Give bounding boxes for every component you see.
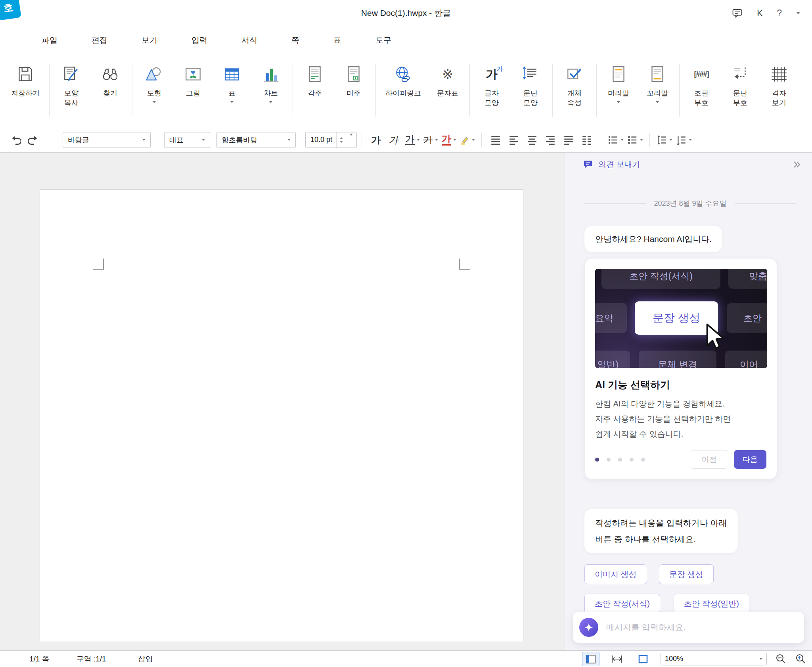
bullet-list-button[interactable] <box>606 131 625 149</box>
chip-draft-general[interactable]: 초안 작성(일반) <box>674 594 749 613</box>
shapes-icon <box>142 62 167 86</box>
zoom-out-button[interactable] <box>776 654 787 665</box>
line-spacing-alt-button[interactable] <box>674 131 693 149</box>
message-input[interactable] <box>605 622 798 632</box>
dropdown-icon <box>656 101 659 103</box>
style-combo-value: 바탕글 <box>68 135 89 145</box>
menu-input[interactable]: 입력 <box>174 35 224 46</box>
toolbar-separator <box>649 133 650 147</box>
ribbon-control-marks-button[interactable]: [###] 조판 부호 <box>682 54 721 127</box>
para-shape-icon <box>518 62 543 86</box>
italic-button[interactable]: 가 <box>385 131 403 149</box>
chip-image-generation[interactable]: 이미지 생성 <box>584 564 647 584</box>
ribbon-label: 표 <box>228 88 236 98</box>
ribbon-charmap-button[interactable]: ※ 문자표 <box>428 54 467 127</box>
carousel-dot-4[interactable] <box>630 458 634 462</box>
zoom-value: 100% <box>665 655 683 663</box>
menu-tools[interactable]: 도구 <box>358 35 408 46</box>
font-size-spin-icons[interactable] <box>336 132 346 148</box>
menu-format[interactable]: 서식 <box>224 35 274 46</box>
feedback-label: 의견 보내기 <box>598 159 640 170</box>
ribbon-group-separator <box>49 64 50 117</box>
next-button[interactable]: 다음 <box>734 450 766 469</box>
ribbon-footer-button[interactable]: 꼬리말 <box>638 54 677 127</box>
titlebar-more-icon[interactable] <box>796 12 800 14</box>
feedback-button[interactable]: 의견 보내기 <box>582 159 640 170</box>
ribbon-label: 글자 모양 <box>485 88 499 107</box>
insert-mode-indicator[interactable]: 삽입 <box>138 654 153 664</box>
align-center-button[interactable] <box>523 131 541 149</box>
strikethrough-button[interactable]: 가 <box>421 131 440 149</box>
ribbon-footnote-button[interactable]: 각주 <box>295 54 334 127</box>
align-divide-button[interactable] <box>578 131 596 149</box>
ribbon-grid-view-button[interactable]: 격자 보기 <box>760 54 799 127</box>
bold-button[interactable]: 가 <box>367 131 385 149</box>
ribbon-paragraph-marks-button[interactable]: 문단 부호 <box>721 54 760 127</box>
underline-button[interactable]: 가 <box>403 131 421 149</box>
numbered-list-button[interactable] <box>625 131 645 149</box>
font-size-dropdown[interactable] <box>346 136 356 144</box>
redo-button[interactable] <box>25 131 43 149</box>
align-left-button[interactable] <box>505 131 523 149</box>
carousel-dots <box>595 458 645 462</box>
ribbon-object-properties-button[interactable]: 개체 속성 <box>555 54 594 127</box>
style-combo[interactable]: 바탕글 <box>63 132 151 148</box>
ribbon-label: 찾기 <box>103 88 117 98</box>
carousel-dot-5[interactable] <box>641 458 645 462</box>
font-combo[interactable]: 함초롬바탕 <box>216 132 296 148</box>
ribbon-para-shape-button[interactable]: 문단 모양 <box>511 54 550 127</box>
menu-page[interactable]: 쪽 <box>274 35 316 46</box>
view-fit-page-button[interactable] <box>634 652 652 666</box>
ribbon-char-shape-button[interactable]: 가 가 글자 모양 <box>472 54 511 127</box>
menu-table[interactable]: 표 <box>316 35 358 46</box>
ribbon-table-button[interactable]: 표 <box>213 54 251 127</box>
ribbon-header-button[interactable]: 머리말 <box>599 54 638 127</box>
font-color-button[interactable]: 가 <box>440 131 458 149</box>
ribbon-label: 격자 보기 <box>772 88 786 107</box>
ribbon-chart-button[interactable]: 차트 <box>251 54 290 127</box>
align-distribute-button[interactable] <box>559 131 578 149</box>
user-account-button[interactable]: K <box>757 8 762 18</box>
align-justify-button[interactable] <box>486 131 505 149</box>
toolbar-separator <box>601 133 601 147</box>
ribbon-hyperlink-button[interactable]: 하이퍼링크 <box>378 54 428 127</box>
view-fit-width-button[interactable] <box>608 652 626 666</box>
collapse-sidebar-button[interactable] <box>792 160 802 171</box>
ribbon-picture-button[interactable]: 그림 <box>174 54 213 127</box>
char-shape-glyph-small: 가 <box>496 64 503 74</box>
ribbon-label: 저장하기 <box>11 88 40 98</box>
view-page-layout-button[interactable] <box>582 652 599 666</box>
menu-view[interactable]: 보기 <box>124 35 174 46</box>
help-button[interactable]: ? <box>777 8 782 19</box>
zoom-in-button[interactable] <box>795 654 806 665</box>
font-size-stepper[interactable]: 10.0 pt <box>305 132 357 148</box>
ribbon-find-button[interactable]: 찾기 <box>91 54 130 127</box>
document-page[interactable] <box>40 189 523 642</box>
ribbon-format-copy-button[interactable]: 모양 복사 <box>52 54 91 127</box>
zoom-combo[interactable]: 100% <box>661 653 767 665</box>
highlight-button[interactable] <box>458 131 477 149</box>
cursor-pointer-icon <box>701 323 727 351</box>
align-right-button[interactable] <box>541 131 559 149</box>
ribbon: 저장하기 모양 복사 찾기 도형 그림 <box>0 54 812 127</box>
carousel-dot-3[interactable] <box>618 458 622 462</box>
carousel-dot-2[interactable] <box>607 458 611 462</box>
ribbon-shapes-button[interactable]: 도형 <box>135 54 174 127</box>
menu-file[interactable]: 파일 <box>25 35 75 46</box>
carousel-dot-1[interactable] <box>595 458 599 462</box>
chip-draft-formatted[interactable]: 초안 작성(서식) <box>584 594 660 613</box>
ribbon-endnote-button[interactable]: 미주 <box>334 54 373 127</box>
menu-edit[interactable]: 편집 <box>75 35 124 46</box>
undo-button[interactable] <box>6 131 25 149</box>
ribbon-save-button[interactable]: 저장하기 <box>4 54 47 127</box>
content-area: 의견 보내기 2023년 8월 9일 수요일 안녕하세요? Hancom AI입… <box>0 153 812 650</box>
prev-button[interactable]: 이전 <box>690 450 728 469</box>
style-preset-combo[interactable]: 대표 <box>164 132 210 148</box>
hyperlink-icon <box>391 62 416 86</box>
line-spacing-button[interactable] <box>655 131 674 149</box>
page-indicator: 1/1 쪽 <box>29 654 50 664</box>
comment-icon[interactable] <box>732 8 743 18</box>
dropdown-icon <box>640 139 643 141</box>
chip-sentence-generation[interactable]: 문장 생성 <box>659 564 714 584</box>
statusbar-right: 100% <box>582 652 812 666</box>
